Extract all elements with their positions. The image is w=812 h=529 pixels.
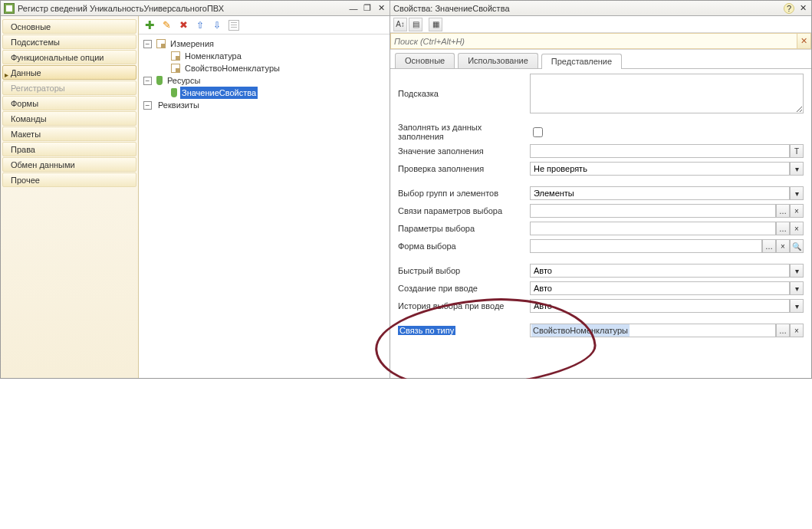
tab-main[interactable]: Основные bbox=[395, 53, 455, 68]
nav-item-commands[interactable]: Команды bbox=[2, 111, 136, 126]
label-group-pick: Выбор групп и элементов bbox=[398, 189, 530, 198]
resource-icon bbox=[171, 88, 177, 97]
param-links-edit[interactable]: … bbox=[776, 204, 790, 218]
tree-res-1[interactable]: ЗначениеСвойства bbox=[180, 87, 258, 99]
fill-check-select[interactable] bbox=[530, 162, 790, 176]
link-by-type-edit[interactable]: … bbox=[776, 324, 790, 337]
tree-group-attributes[interactable]: Реквизиты bbox=[156, 99, 201, 111]
nav-sidebar: Основные Подсистемы Функциональные опции… bbox=[1, 16, 139, 378]
label-pick-form: Форма выбора bbox=[398, 242, 530, 251]
pick-form-clear[interactable]: × bbox=[776, 239, 790, 253]
pick-form-edit[interactable]: … bbox=[762, 239, 776, 253]
left-titlebar: Регистр сведений УникальностьУниверсальн… bbox=[1, 1, 390, 16]
tree-twisty[interactable]: − bbox=[143, 101, 152, 110]
link-by-type-clear[interactable]: × bbox=[790, 324, 804, 337]
move-up-icon[interactable]: ⇧ bbox=[194, 19, 206, 31]
create-on-input-select[interactable] bbox=[530, 281, 790, 295]
pick-form-input[interactable] bbox=[530, 239, 762, 253]
nav-item-rights[interactable]: Права bbox=[2, 142, 136, 156]
tree-toolbar: ✚ ✎ ✖ ⇧ ⇩ bbox=[139, 16, 390, 34]
quick-pick-dropdown[interactable]: ▾ bbox=[790, 264, 804, 278]
nav-item-other[interactable]: Прочее bbox=[2, 172, 136, 187]
group-pick-select[interactable] bbox=[530, 186, 790, 200]
label-history-on-input: История выбора при вводе bbox=[398, 301, 530, 310]
delete-icon[interactable]: ✖ bbox=[177, 19, 189, 31]
dimension-icon bbox=[171, 51, 180, 61]
clear-search-button[interactable]: ✕ bbox=[797, 33, 811, 49]
left-title: Регистр сведений УникальностьУниверсальн… bbox=[18, 4, 224, 13]
props-tabs: Основные Использование Представление bbox=[390, 50, 811, 69]
fill-from-data-checkbox[interactable] bbox=[533, 127, 543, 137]
dimension-icon bbox=[171, 64, 180, 73]
pick-form-search[interactable]: 🔍 bbox=[790, 239, 804, 253]
label-fill-check: Проверка заполнения bbox=[398, 164, 530, 173]
right-title: Свойства: ЗначениеСвойства bbox=[393, 4, 510, 13]
edit-icon[interactable]: ✎ bbox=[160, 19, 173, 31]
hint-textarea[interactable] bbox=[530, 74, 804, 113]
add-icon[interactable]: ✚ bbox=[143, 19, 156, 31]
right-help-button[interactable]: ? bbox=[784, 3, 794, 14]
props-toolbar: A↕ ▤ ▦ bbox=[390, 16, 811, 33]
history-on-input-dropdown[interactable]: ▾ bbox=[790, 299, 804, 313]
param-links-input[interactable] bbox=[530, 204, 776, 218]
nav-item-subsystems[interactable]: Подсистемы bbox=[2, 34, 136, 49]
right-titlebar: Свойства: ЗначениеСвойства ? ✕ bbox=[390, 1, 811, 16]
category-view-button[interactable]: ▤ bbox=[409, 18, 422, 31]
restore-button[interactable]: ❐ bbox=[362, 3, 373, 14]
dimension-group-icon bbox=[156, 39, 166, 48]
tree-twisty[interactable]: − bbox=[143, 77, 152, 85]
label-param-links: Связи параметров выбора bbox=[398, 206, 530, 215]
fill-check-dropdown[interactable]: ▾ bbox=[790, 162, 804, 176]
resource-group-icon bbox=[156, 76, 163, 85]
nav-item-funcopts[interactable]: Функциональные опции bbox=[2, 50, 136, 64]
tab-usage[interactable]: Использование bbox=[458, 53, 538, 68]
label-fill-from-data: Заполнять из данных заполнения bbox=[398, 123, 530, 141]
quick-pick-select[interactable] bbox=[530, 264, 790, 278]
tree-group-resources[interactable]: Ресурсы bbox=[166, 74, 202, 87]
label-fill-value: Значение заполнения bbox=[398, 146, 530, 156]
nav-item-main[interactable]: Основные bbox=[2, 19, 136, 34]
nav-item-forms[interactable]: Формы bbox=[2, 96, 136, 110]
move-down-icon[interactable]: ⇩ bbox=[211, 19, 223, 31]
label-quick-pick: Быстрый выбор bbox=[398, 266, 530, 275]
right-close-button[interactable]: ✕ bbox=[797, 3, 808, 14]
label-hint: Подсказка bbox=[398, 89, 530, 98]
fill-value-input[interactable] bbox=[530, 144, 790, 158]
history-on-input-select[interactable] bbox=[530, 299, 790, 313]
label-create-on-input: Создание при вводе bbox=[398, 284, 530, 293]
tree-twisty[interactable]: − bbox=[143, 40, 152, 48]
props-action-button[interactable]: ▦ bbox=[429, 18, 442, 31]
pick-params-clear[interactable]: × bbox=[790, 222, 804, 235]
link-by-type-value: СвойствоНоменклатуры bbox=[531, 324, 630, 337]
structure-tree: −Измерения Номенклатура СвойствоНоменкла… bbox=[139, 34, 390, 114]
fill-value-type-button[interactable]: T bbox=[790, 144, 804, 158]
group-pick-dropdown[interactable]: ▾ bbox=[790, 186, 804, 200]
sort-az-button[interactable]: A↕ bbox=[393, 18, 407, 31]
close-button[interactable]: ✕ bbox=[376, 3, 386, 14]
create-on-input-dropdown[interactable]: ▾ bbox=[790, 281, 804, 295]
label-link-by-type: Связь по типу bbox=[398, 326, 455, 335]
nav-item-data[interactable]: Данные bbox=[2, 65, 136, 80]
link-by-type-input[interactable]: СвойствоНоменклатуры bbox=[530, 324, 776, 337]
label-pick-params: Параметры выбора bbox=[398, 224, 530, 233]
props-body: Подсказка Заполнять из данных заполнения… bbox=[390, 69, 811, 343]
tab-presentation[interactable]: Представление bbox=[541, 54, 622, 69]
tree-dim-2[interactable]: СвойствоНоменклатуры bbox=[183, 62, 281, 74]
pick-params-edit[interactable]: … bbox=[776, 222, 790, 235]
list-doc-icon[interactable] bbox=[228, 19, 240, 31]
nav-item-layouts[interactable]: Макеты bbox=[2, 127, 136, 141]
tree-dim-1[interactable]: Номенклатура bbox=[183, 50, 243, 62]
minimize-button[interactable]: — bbox=[348, 3, 359, 14]
nav-item-exchange[interactable]: Обмен данными bbox=[2, 157, 136, 172]
register-icon bbox=[4, 3, 15, 14]
nav-item-registrators[interactable]: Регистраторы bbox=[2, 80, 136, 95]
props-search-input[interactable] bbox=[390, 33, 797, 49]
tree-group-dimensions[interactable]: Измерения bbox=[169, 38, 215, 50]
param-links-clear[interactable]: × bbox=[790, 204, 804, 218]
pick-params-input[interactable] bbox=[530, 222, 776, 235]
